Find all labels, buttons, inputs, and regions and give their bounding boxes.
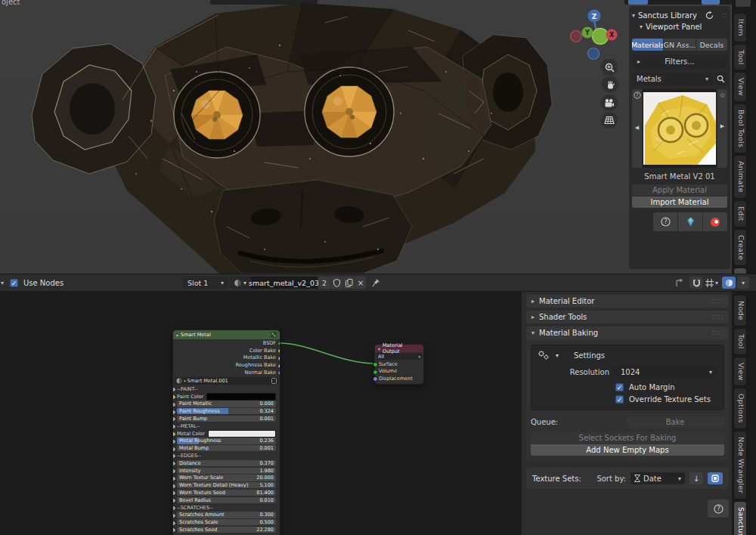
- sanctus-logo-button[interactable]: [703, 212, 727, 231]
- socket-worn-texture-detail-heavy[interactable]: [172, 484, 176, 489]
- library-tab-decals[interactable]: Decals: [696, 39, 727, 51]
- socket-bevel-radius[interactable]: [172, 498, 176, 503]
- slider-worn-texture-seed[interactable]: Worn Texture Seed81.400: [177, 490, 276, 496]
- zoom-in-button[interactable]: [601, 59, 618, 76]
- socket-metallic-bake[interactable]: [277, 356, 281, 361]
- socket-metal-roughness[interactable]: [172, 439, 176, 444]
- socket-intensity[interactable]: [172, 469, 176, 474]
- slider-paint-roughness[interactable]: Paint Roughness0.324: [177, 408, 276, 414]
- gears-icon[interactable]: [538, 350, 550, 360]
- shader-tools-panel-header[interactable]: ▸ Shader Tools ::::: [526, 311, 729, 323]
- node-tab-node-wrangler[interactable]: Node Wrangler: [733, 431, 747, 499]
- material-output-header[interactable]: ▾ Material Output: [375, 345, 423, 352]
- unlink-button[interactable]: ×: [355, 277, 366, 289]
- pan-button[interactable]: [602, 76, 618, 93]
- overlays-dropdown[interactable]: ▾: [737, 277, 749, 289]
- socket-paint[interactable]: [172, 387, 176, 392]
- bake-button[interactable]: Bake: [626, 416, 724, 428]
- next-material-arrow[interactable]: ▶: [720, 123, 724, 129]
- socket-paint-color[interactable]: [172, 394, 176, 400]
- viewport-tab-item[interactable]: Item: [733, 13, 747, 42]
- viewport-3d[interactable]: oject: [0, 0, 732, 274]
- sort-dropdown[interactable]: Date ▾: [631, 472, 685, 484]
- help-button[interactable]: ?: [708, 499, 729, 518]
- node-tab-options[interactable]: Options: [733, 388, 747, 429]
- smart-metal-node-header[interactable]: ▾ Smart Metal: [173, 330, 280, 339]
- socket-scratches[interactable]: [172, 506, 176, 511]
- material-name-field[interactable]: smart_metal_v2_03: [250, 277, 318, 289]
- gizmo-minus-x[interactable]: [571, 31, 582, 42]
- pin-button[interactable]: [372, 277, 380, 289]
- add-empty-maps-button[interactable]: Add New Empty Maps: [531, 444, 724, 456]
- slider-metal-roughness[interactable]: Metal Roughness0.236: [177, 438, 276, 444]
- snap-target-dropdown[interactable]: ▾: [705, 277, 718, 289]
- node-tab-view[interactable]: View: [733, 357, 747, 387]
- viewport-tab-tool[interactable]: Tool: [733, 44, 747, 71]
- material-editor-panel-header[interactable]: ▸ Material Editor ::::: [526, 295, 729, 308]
- library-tab-materials[interactable]: Materials: [632, 39, 663, 51]
- apply-material-button[interactable]: Apply Material: [632, 184, 727, 196]
- favorite-star-icon[interactable]: ☆: [719, 91, 725, 99]
- slider-intensity[interactable]: Intensity1.980: [177, 468, 276, 474]
- slot-dropdown[interactable]: Slot 1 ▾: [183, 277, 228, 289]
- socket-paint-bump[interactable]: [172, 416, 176, 422]
- slider-metal-bump[interactable]: Metal Bump0.001: [177, 445, 276, 451]
- filter-toggle-button[interactable]: [708, 472, 723, 484]
- import-material-button[interactable]: Import Material: [632, 196, 727, 208]
- socket-edges[interactable]: [172, 453, 176, 459]
- new-material-button[interactable]: [343, 277, 355, 289]
- category-dropdown[interactable]: Metals ▾: [632, 73, 713, 85]
- parent-node-tree-button[interactable]: [675, 277, 684, 289]
- material-preview[interactable]: C: [643, 89, 717, 168]
- editor-type-stub[interactable]: ▾: [1, 280, 4, 286]
- search-button[interactable]: [714, 73, 727, 85]
- viewport-panel-header[interactable]: ▾ Viewport Panel: [632, 21, 727, 32]
- filters-collapsed-panel[interactable]: ▸ Filters...: [632, 55, 727, 68]
- socket-volume[interactable]: [373, 370, 378, 375]
- panel-drag-dots[interactable]: ::: [722, 12, 727, 19]
- node-group-selector[interactable]: ▾ Smart Metal.001: [175, 377, 278, 385]
- fake-user-shield-button[interactable]: [331, 277, 342, 289]
- socket-metal[interactable]: [172, 424, 176, 429]
- select-sockets-button[interactable]: Select Sockets For Baking: [531, 432, 724, 444]
- slider-paint-metallic[interactable]: Paint Metallic0.000: [177, 400, 276, 407]
- refresh-icon[interactable]: [705, 11, 714, 20]
- node-tab-sanctus[interactable]: Sanctus: [733, 501, 747, 535]
- socket-metal-bump[interactable]: [172, 447, 176, 452]
- library-tab-gn-ass[interactable]: GN Ass...: [664, 39, 695, 51]
- gizmo-minus-y[interactable]: [593, 29, 609, 45]
- prev-material-arrow[interactable]: ◀: [635, 125, 639, 131]
- socket-displacement[interactable]: [373, 376, 378, 382]
- slider-worn-textur-scale[interactable]: Worn Textur Scale20.000: [177, 475, 276, 481]
- camera-view-button[interactable]: [601, 94, 618, 111]
- node-tab-node[interactable]: Node: [733, 295, 747, 326]
- orientation-gizmo[interactable]: Y X Z: [563, 6, 624, 60]
- socket-color-bake[interactable]: [277, 348, 281, 354]
- socket-worn-texture-seed[interactable]: [172, 490, 176, 496]
- sanctus-library-header[interactable]: ▾ Sanctus Library ::: [632, 9, 727, 21]
- sanctus-gem-button[interactable]: [678, 212, 702, 231]
- help-button[interactable]: ?: [653, 212, 677, 231]
- slider-bevel-radius[interactable]: Bevel Radius0.010: [177, 497, 276, 503]
- socket-scratches-amount[interactable]: [172, 513, 176, 518]
- color-swatch-paint-color[interactable]: [206, 393, 276, 400]
- viewport-tab-bool-tools[interactable]: Bool Tools: [733, 104, 747, 153]
- slider-scratches-seed[interactable]: Scratches Seed22.280: [177, 527, 276, 533]
- help-circle-icon[interactable]: ?: [634, 91, 641, 99]
- socket-bsdf[interactable]: [277, 341, 281, 346]
- slider-scratches-amount[interactable]: Scratches Amount0.300: [177, 512, 276, 518]
- users-count-button[interactable]: 2: [318, 277, 330, 289]
- socket-surface[interactable]: [373, 362, 378, 367]
- use-nodes-toggle[interactable]: ✓ Use Nodes: [10, 277, 64, 289]
- viewport-tab-edit[interactable]: Edit: [733, 200, 747, 227]
- socket-scratches-scale[interactable]: [172, 521, 176, 526]
- smart-metal-node[interactable]: ▾ Smart Metal BSDFColor BakeMetallic Bak…: [172, 329, 280, 535]
- slider-distance[interactable]: Distance0.370: [177, 460, 276, 466]
- gizmo-minus-z[interactable]: [588, 48, 600, 60]
- viewport-tab-view[interactable]: View: [733, 72, 747, 102]
- snapping-magnet-button[interactable]: [689, 277, 703, 289]
- material-baking-panel-header[interactable]: ▾ Material Baking ::::: [526, 326, 729, 339]
- socket-normal-bake[interactable]: [277, 370, 281, 376]
- socket-worn-textur-scale[interactable]: [172, 476, 176, 481]
- color-swatch-metal-color[interactable]: [208, 430, 276, 438]
